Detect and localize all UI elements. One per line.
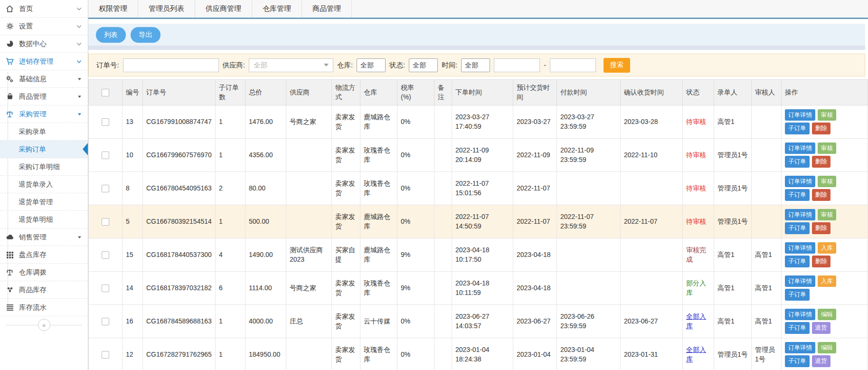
row-checkbox[interactable] [102,285,109,292]
sidebar-collapse-button[interactable]: « [38,319,50,331]
return-button[interactable]: 退货 [812,355,830,367]
inbound-button[interactable]: 入库 [818,242,836,254]
cell-pay-time [557,271,621,304]
sidebar-subitem-return-entry[interactable]: 退货单录入 [0,176,88,193]
order-detail-button[interactable]: 订单详情 [785,342,815,354]
cell-total: 4000.00 [245,304,286,338]
tab-admin-list[interactable]: 管理员列表 [138,0,195,18]
search-button[interactable]: 搜索 [604,58,630,73]
sidebar-item-label: 仓库调拨 [19,268,82,277]
audit-button[interactable]: 审核 [818,209,836,221]
bag-icon [4,93,15,100]
sidebar-item-home[interactable]: 首页 [0,0,88,18]
column-header-confirm_time: 确认收货时间 [621,80,683,105]
delete-button[interactable]: 删除 [812,222,830,234]
status-text[interactable]: 全部入库 [686,313,706,330]
edit-button[interactable]: 编辑 [818,342,836,354]
return-button[interactable]: 退货 [812,322,830,334]
sidebar-item-basic-info[interactable]: 基础信息 [0,70,88,88]
tab-label: 权限管理 [99,4,127,13]
cell-status: 审核完成 [683,238,714,271]
inbound-button[interactable]: 入库 [818,275,836,287]
row-checkbox[interactable] [102,318,109,325]
sidebar-subitem-purchase-orders[interactable]: 采购订单 [0,141,88,158]
row-checkbox[interactable] [102,185,109,192]
select-all-checkbox[interactable] [102,89,109,96]
order-detail-button[interactable]: 订单详情 [785,309,815,321]
time-select[interactable]: 全部 [461,58,490,72]
audit-button[interactable]: 审核 [818,142,836,154]
sidebar-item-purchase-mgmt[interactable]: 采购管理 [0,105,88,123]
sidebar-item-label: 商品管理 [19,92,77,101]
list-button[interactable]: 列表 [96,27,126,43]
sidebar-item-data-center[interactable]: 数据中心 [0,35,88,53]
sidebar-item-warehouse-transfer[interactable]: 仓库调拨 [0,264,88,281]
delete-button[interactable]: 删除 [812,189,830,201]
tab-supplier-mgmt[interactable]: 供应商管理 [195,0,252,18]
sidebar-subitem-return-mgmt[interactable]: 退货单管理 [0,193,88,211]
date-from-input[interactable] [494,58,540,72]
order-no-input[interactable] [123,58,219,72]
tab-product-mgmt[interactable]: 商品管理 [302,0,352,18]
cell-remark [434,138,452,171]
sub-order-button[interactable]: 子订单 [785,123,810,134]
cell-order-no: CG167282791762965 [143,338,216,370]
row-checkbox[interactable] [102,152,109,159]
column-header-total: 总价 [245,80,286,105]
row-checkbox[interactable] [102,118,109,126]
order-detail-button[interactable]: 订单详情 [785,209,815,221]
sidebar: 首页设置数据中心进销存管理基础信息商品管理采购管理采购录单采购订单采购订单明细退… [0,0,88,370]
date-to-input[interactable] [550,58,596,72]
cell-id: 14 [123,271,143,304]
status-text[interactable]: 全部入库 [686,346,706,363]
cell-order-time: 2023-04-18 10:17:50 [452,238,513,271]
cell-logistics: 卖家发货 [332,304,360,338]
sub-order-button[interactable]: 子订单 [785,156,810,168]
order-detail-button[interactable]: 订单详情 [785,275,815,287]
supplier-select-value: 全部 [254,61,267,70]
sidebar-item-settings[interactable]: 设置 [0,18,88,35]
sub-order-button[interactable]: 子订单 [785,289,810,301]
sub-order-button[interactable]: 子订单 [785,322,810,334]
order-detail-button[interactable]: 订单详情 [785,176,815,188]
sidebar-menu: 首页设置数据中心进销存管理基础信息商品管理采购管理采购录单采购订单采购订单明细退… [0,0,88,316]
row-checkbox[interactable] [102,218,109,226]
tab-permission-mgmt[interactable]: 权限管理 [88,0,138,18]
sidebar-item-product-mgmt[interactable]: 商品管理 [0,88,88,105]
row-checkbox[interactable] [102,251,109,259]
order-detail-button[interactable]: 订单详情 [785,142,815,154]
sidebar-item-stock-flow[interactable]: 库存流水 [0,299,88,316]
sub-order-button[interactable]: 子订单 [785,355,810,367]
sidebar-item-stocktake[interactable]: 盘点库存 [0,246,88,264]
cell-remark [434,304,452,338]
audit-button[interactable]: 审核 [818,176,836,188]
delete-button[interactable]: 删除 [812,256,830,267]
sub-order-button[interactable]: 子订单 [785,222,810,234]
edit-button[interactable]: 编辑 [818,309,836,321]
delete-button[interactable]: 删除 [812,123,830,134]
cell-expected-time: 2023-01-04 [513,338,557,370]
delete-button[interactable]: 删除 [812,156,830,168]
sidebar-subitem-purchase-order-details[interactable]: 采购订单明细 [0,158,88,176]
cell-sub-count: 1 [216,105,245,138]
warehouse-select[interactable]: 全部 [357,58,386,72]
order-detail-button[interactable]: 订单详情 [785,109,815,121]
sidebar-item-product-stock[interactable]: 商品库存 [0,281,88,299]
export-button[interactable]: 导出 [131,27,160,43]
status-select[interactable]: 全部 [409,58,438,72]
tab-warehouse-mgmt[interactable]: 仓库管理 [252,0,302,18]
sub-order-button[interactable]: 子订单 [785,189,810,201]
sidebar-subitem-return-details[interactable]: 退货单明细 [0,211,88,228]
row-checkbox[interactable] [102,351,109,359]
sidebar-item-sales-mgmt[interactable]: 销售管理 [0,228,88,246]
grid-icon [4,251,15,258]
audit-button[interactable]: 审核 [818,109,836,121]
cell-remark [434,271,452,304]
sidebar-subitem-purchase-entry[interactable]: 采购录单 [0,123,88,141]
sidebar-item-inventory-mgmt[interactable]: 进销存管理 [0,53,88,70]
supplier-select[interactable]: 全部 [249,58,333,72]
toolbar: 列表导出 [88,24,865,46]
sub-order-button[interactable]: 子订单 [785,256,810,267]
cell-sub-count: 4 [216,238,245,271]
order-detail-button[interactable]: 订单详情 [785,242,815,254]
